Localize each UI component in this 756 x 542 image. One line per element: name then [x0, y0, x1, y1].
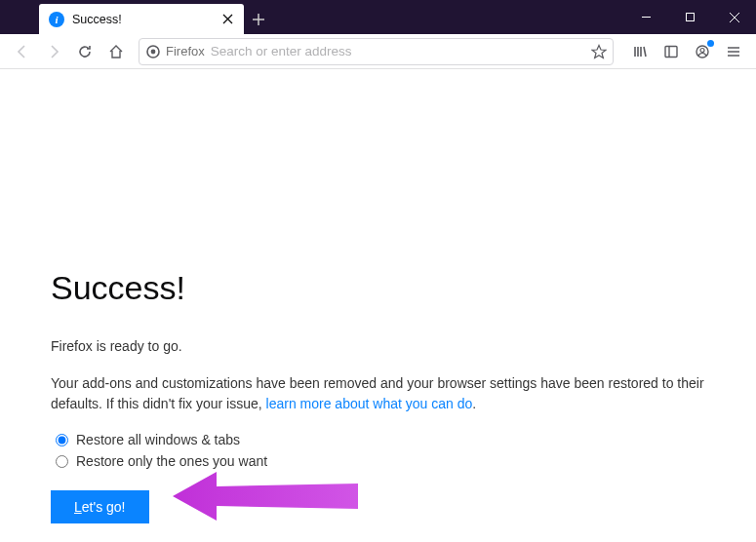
menu-button[interactable]: [719, 37, 748, 66]
minimize-button[interactable]: [624, 0, 668, 34]
learn-more-link[interactable]: learn more about what you can do: [266, 396, 473, 411]
button-accelerator: L: [74, 499, 82, 515]
address-input[interactable]: [211, 44, 585, 58]
maximize-button[interactable]: [668, 0, 712, 34]
restore-options: Restore all windows & tabs Restore only …: [51, 432, 732, 469]
info-icon: i: [49, 12, 64, 27]
restore-all-label[interactable]: Restore all windows & tabs: [76, 432, 240, 447]
new-tab-button[interactable]: [244, 5, 273, 34]
button-text-rest: et's go!: [82, 499, 126, 515]
forward-button[interactable]: [39, 37, 68, 66]
notification-dot-icon: [707, 40, 714, 47]
account-button[interactable]: [688, 37, 717, 66]
home-button[interactable]: [101, 37, 131, 66]
page-content: Success! Firefox is ready to go. Your ad…: [0, 69, 756, 523]
svg-rect-3: [665, 46, 677, 57]
identity-label: Firefox: [166, 44, 205, 58]
sidebar-button[interactable]: [657, 37, 686, 66]
page-description: Your add-ons and customizations have bee…: [51, 373, 732, 414]
page-heading: Success!: [51, 269, 732, 307]
url-bar[interactable]: Firefox: [139, 38, 614, 65]
bookmark-star-icon[interactable]: [591, 44, 607, 59]
svg-point-6: [700, 48, 704, 52]
restore-select-label[interactable]: Restore only the ones you want: [76, 453, 267, 469]
window-controls: [624, 0, 756, 34]
toolbar-buttons: [625, 37, 748, 66]
restore-all-radio[interactable]: [56, 434, 68, 446]
svg-point-2: [151, 49, 156, 54]
close-window-button[interactable]: [712, 0, 756, 34]
reload-button[interactable]: [70, 37, 99, 66]
library-button[interactable]: [625, 37, 655, 66]
browser-tab[interactable]: i Success!: [39, 4, 244, 34]
page-subtitle: Firefox is ready to go.: [51, 338, 732, 354]
navigation-toolbar: Firefox: [0, 34, 756, 69]
body-text-suffix: .: [472, 396, 476, 411]
lets-go-button[interactable]: Let's go!: [51, 490, 149, 523]
svg-rect-0: [687, 14, 695, 21]
back-button[interactable]: [8, 37, 37, 66]
identity-box[interactable]: Firefox: [145, 44, 205, 59]
titlebar: i Success!: [0, 0, 756, 34]
tab-title: Success!: [72, 13, 211, 26]
close-tab-icon[interactable]: [219, 11, 236, 28]
restore-select-radio[interactable]: [56, 455, 68, 468]
firefox-icon: [145, 44, 161, 59]
